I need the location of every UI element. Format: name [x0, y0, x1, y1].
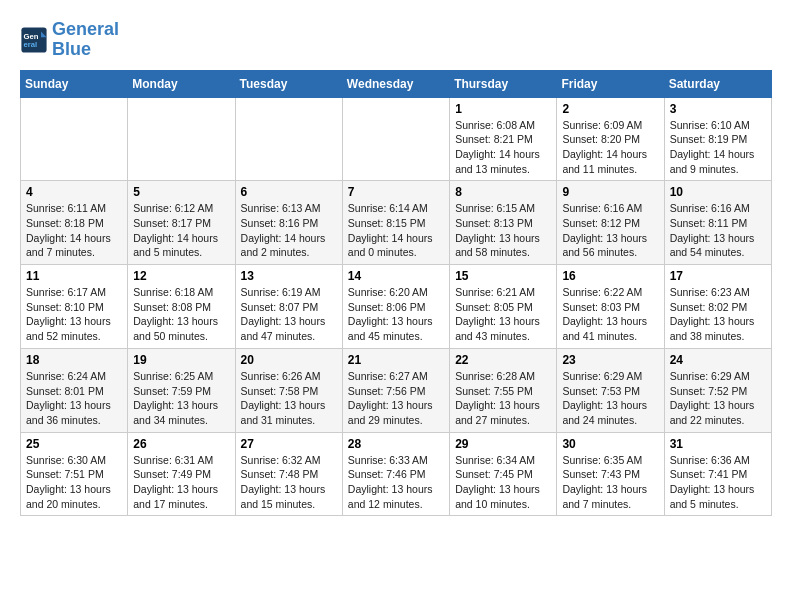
weekday-header-saturday: Saturday [664, 70, 771, 97]
calendar-cell: 22Sunrise: 6:28 AMSunset: 7:55 PMDayligh… [450, 348, 557, 432]
day-info: Sunrise: 6:36 AMSunset: 7:41 PMDaylight:… [670, 453, 766, 512]
calendar-cell [128, 97, 235, 181]
calendar-cell: 4Sunrise: 6:11 AMSunset: 8:18 PMDaylight… [21, 181, 128, 265]
day-info: Sunrise: 6:25 AMSunset: 7:59 PMDaylight:… [133, 369, 229, 428]
calendar-cell: 10Sunrise: 6:16 AMSunset: 8:11 PMDayligh… [664, 181, 771, 265]
day-info: Sunrise: 6:17 AMSunset: 8:10 PMDaylight:… [26, 285, 122, 344]
weekday-header-friday: Friday [557, 70, 664, 97]
logo: Gen eral General Blue [20, 20, 119, 60]
day-info: Sunrise: 6:15 AMSunset: 8:13 PMDaylight:… [455, 201, 551, 260]
weekday-header-monday: Monday [128, 70, 235, 97]
day-number: 23 [562, 353, 658, 367]
day-number: 14 [348, 269, 444, 283]
day-number: 24 [670, 353, 766, 367]
day-number: 15 [455, 269, 551, 283]
day-info: Sunrise: 6:12 AMSunset: 8:17 PMDaylight:… [133, 201, 229, 260]
day-number: 8 [455, 185, 551, 199]
day-info: Sunrise: 6:34 AMSunset: 7:45 PMDaylight:… [455, 453, 551, 512]
calendar-cell: 7Sunrise: 6:14 AMSunset: 8:15 PMDaylight… [342, 181, 449, 265]
calendar-body: 1Sunrise: 6:08 AMSunset: 8:21 PMDaylight… [21, 97, 772, 516]
weekday-header-sunday: Sunday [21, 70, 128, 97]
day-number: 4 [26, 185, 122, 199]
day-number: 17 [670, 269, 766, 283]
calendar-cell: 6Sunrise: 6:13 AMSunset: 8:16 PMDaylight… [235, 181, 342, 265]
day-number: 20 [241, 353, 337, 367]
weekday-header-wednesday: Wednesday [342, 70, 449, 97]
calendar-week-1: 1Sunrise: 6:08 AMSunset: 8:21 PMDaylight… [21, 97, 772, 181]
day-info: Sunrise: 6:21 AMSunset: 8:05 PMDaylight:… [455, 285, 551, 344]
day-info: Sunrise: 6:24 AMSunset: 8:01 PMDaylight:… [26, 369, 122, 428]
day-number: 9 [562, 185, 658, 199]
calendar-cell: 29Sunrise: 6:34 AMSunset: 7:45 PMDayligh… [450, 432, 557, 516]
day-info: Sunrise: 6:13 AMSunset: 8:16 PMDaylight:… [241, 201, 337, 260]
day-number: 19 [133, 353, 229, 367]
calendar-cell: 23Sunrise: 6:29 AMSunset: 7:53 PMDayligh… [557, 348, 664, 432]
day-info: Sunrise: 6:08 AMSunset: 8:21 PMDaylight:… [455, 118, 551, 177]
day-info: Sunrise: 6:11 AMSunset: 8:18 PMDaylight:… [26, 201, 122, 260]
day-info: Sunrise: 6:27 AMSunset: 7:56 PMDaylight:… [348, 369, 444, 428]
day-number: 12 [133, 269, 229, 283]
day-info: Sunrise: 6:16 AMSunset: 8:12 PMDaylight:… [562, 201, 658, 260]
day-number: 18 [26, 353, 122, 367]
svg-text:eral: eral [24, 40, 38, 49]
day-number: 11 [26, 269, 122, 283]
calendar-cell: 11Sunrise: 6:17 AMSunset: 8:10 PMDayligh… [21, 265, 128, 349]
logo-text: General Blue [52, 20, 119, 60]
day-info: Sunrise: 6:20 AMSunset: 8:06 PMDaylight:… [348, 285, 444, 344]
calendar-cell: 18Sunrise: 6:24 AMSunset: 8:01 PMDayligh… [21, 348, 128, 432]
day-info: Sunrise: 6:23 AMSunset: 8:02 PMDaylight:… [670, 285, 766, 344]
day-number: 1 [455, 102, 551, 116]
day-info: Sunrise: 6:29 AMSunset: 7:52 PMDaylight:… [670, 369, 766, 428]
calendar-cell: 5Sunrise: 6:12 AMSunset: 8:17 PMDaylight… [128, 181, 235, 265]
day-number: 13 [241, 269, 337, 283]
calendar-cell: 3Sunrise: 6:10 AMSunset: 8:19 PMDaylight… [664, 97, 771, 181]
calendar-cell: 9Sunrise: 6:16 AMSunset: 8:12 PMDaylight… [557, 181, 664, 265]
calendar-week-4: 18Sunrise: 6:24 AMSunset: 8:01 PMDayligh… [21, 348, 772, 432]
calendar-cell: 19Sunrise: 6:25 AMSunset: 7:59 PMDayligh… [128, 348, 235, 432]
day-number: 28 [348, 437, 444, 451]
calendar-week-2: 4Sunrise: 6:11 AMSunset: 8:18 PMDaylight… [21, 181, 772, 265]
calendar-cell: 25Sunrise: 6:30 AMSunset: 7:51 PMDayligh… [21, 432, 128, 516]
calendar-cell: 12Sunrise: 6:18 AMSunset: 8:08 PMDayligh… [128, 265, 235, 349]
calendar-week-5: 25Sunrise: 6:30 AMSunset: 7:51 PMDayligh… [21, 432, 772, 516]
day-number: 2 [562, 102, 658, 116]
calendar-cell: 15Sunrise: 6:21 AMSunset: 8:05 PMDayligh… [450, 265, 557, 349]
calendar-cell: 30Sunrise: 6:35 AMSunset: 7:43 PMDayligh… [557, 432, 664, 516]
calendar-cell: 26Sunrise: 6:31 AMSunset: 7:49 PMDayligh… [128, 432, 235, 516]
page-header: Gen eral General Blue [20, 20, 772, 60]
day-number: 29 [455, 437, 551, 451]
calendar-cell: 31Sunrise: 6:36 AMSunset: 7:41 PMDayligh… [664, 432, 771, 516]
day-info: Sunrise: 6:10 AMSunset: 8:19 PMDaylight:… [670, 118, 766, 177]
day-info: Sunrise: 6:22 AMSunset: 8:03 PMDaylight:… [562, 285, 658, 344]
day-info: Sunrise: 6:19 AMSunset: 8:07 PMDaylight:… [241, 285, 337, 344]
day-info: Sunrise: 6:14 AMSunset: 8:15 PMDaylight:… [348, 201, 444, 260]
day-number: 25 [26, 437, 122, 451]
calendar-week-3: 11Sunrise: 6:17 AMSunset: 8:10 PMDayligh… [21, 265, 772, 349]
day-info: Sunrise: 6:33 AMSunset: 7:46 PMDaylight:… [348, 453, 444, 512]
calendar-table: SundayMondayTuesdayWednesdayThursdayFrid… [20, 70, 772, 517]
calendar-cell: 24Sunrise: 6:29 AMSunset: 7:52 PMDayligh… [664, 348, 771, 432]
weekday-header-tuesday: Tuesday [235, 70, 342, 97]
calendar-cell: 17Sunrise: 6:23 AMSunset: 8:02 PMDayligh… [664, 265, 771, 349]
calendar-cell: 28Sunrise: 6:33 AMSunset: 7:46 PMDayligh… [342, 432, 449, 516]
calendar-cell: 27Sunrise: 6:32 AMSunset: 7:48 PMDayligh… [235, 432, 342, 516]
day-info: Sunrise: 6:30 AMSunset: 7:51 PMDaylight:… [26, 453, 122, 512]
day-number: 31 [670, 437, 766, 451]
calendar-cell: 13Sunrise: 6:19 AMSunset: 8:07 PMDayligh… [235, 265, 342, 349]
weekday-header-thursday: Thursday [450, 70, 557, 97]
day-number: 16 [562, 269, 658, 283]
calendar-cell: 14Sunrise: 6:20 AMSunset: 8:06 PMDayligh… [342, 265, 449, 349]
calendar-cell: 21Sunrise: 6:27 AMSunset: 7:56 PMDayligh… [342, 348, 449, 432]
logo-icon: Gen eral [20, 26, 48, 54]
day-number: 10 [670, 185, 766, 199]
day-info: Sunrise: 6:26 AMSunset: 7:58 PMDaylight:… [241, 369, 337, 428]
day-info: Sunrise: 6:09 AMSunset: 8:20 PMDaylight:… [562, 118, 658, 177]
day-number: 7 [348, 185, 444, 199]
calendar-cell [21, 97, 128, 181]
calendar-cell: 16Sunrise: 6:22 AMSunset: 8:03 PMDayligh… [557, 265, 664, 349]
day-number: 22 [455, 353, 551, 367]
calendar-header-row: SundayMondayTuesdayWednesdayThursdayFrid… [21, 70, 772, 97]
calendar-cell: 8Sunrise: 6:15 AMSunset: 8:13 PMDaylight… [450, 181, 557, 265]
svg-text:Gen: Gen [24, 31, 39, 40]
day-number: 27 [241, 437, 337, 451]
